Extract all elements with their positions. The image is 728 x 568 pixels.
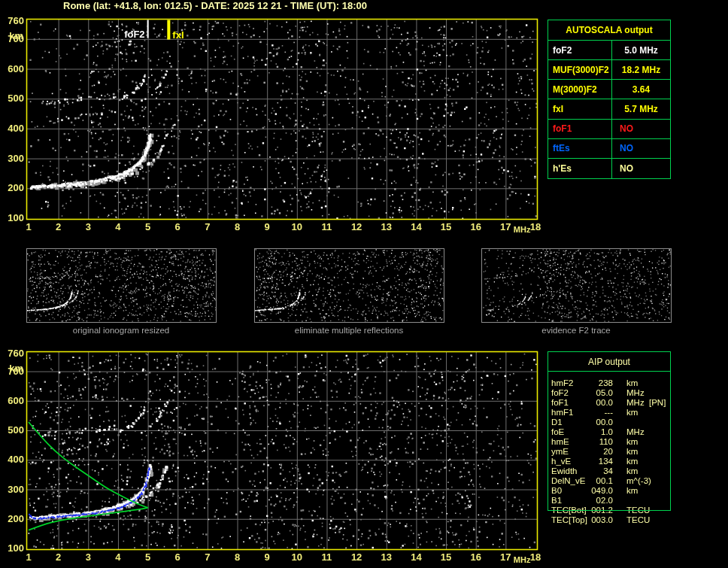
aip-row-unit: MHz xyxy=(626,388,645,398)
aip-row-unit: TECU xyxy=(626,515,650,525)
thumbnail-caption-evidence: evidence F2 trace xyxy=(481,326,671,335)
autoscala-row-value: NO xyxy=(611,159,670,178)
aip-row: foE1.0MHz xyxy=(551,427,679,437)
autoscala-row-label: foF1 xyxy=(548,120,611,139)
aip-row: hmE110km xyxy=(551,437,679,447)
aip-row-value: 00.0 xyxy=(551,398,613,408)
aip-row: TEC[Bot]001.2TECU xyxy=(551,506,679,515)
aip-row-unit: MHz xyxy=(626,398,645,408)
aip-row-value: 001.2 xyxy=(551,506,613,515)
aip-row: hmF2238km xyxy=(551,378,679,388)
autoscala-row-value: 5.7 MHz xyxy=(611,99,670,119)
aip-row-unit: km xyxy=(626,408,638,418)
aip-row: B102.0 xyxy=(551,496,679,506)
aip-row-unit: km xyxy=(626,457,638,466)
autoscala-row-value: NO xyxy=(611,120,670,139)
aip-row: hmF1---km xyxy=(551,408,679,418)
aip-row-unit: km xyxy=(626,447,638,457)
aip-row: B0049.0km xyxy=(551,486,679,496)
aip-row-value: 049.0 xyxy=(551,486,613,496)
aip-row-unit: MHz xyxy=(626,427,645,437)
aip-row-value: 134 xyxy=(551,457,613,466)
autoscala-table-title: AUTOSCALA output xyxy=(548,20,670,41)
autoscala-output-table: AUTOSCALA output foF25.0 MHzMUF(3000)F21… xyxy=(548,20,671,179)
aip-row-value: 00.0 xyxy=(551,418,613,427)
autoscala-row-value: 3.64 xyxy=(611,80,670,99)
aip-row-unit: km xyxy=(626,437,638,447)
aip-row: D100.0 xyxy=(551,418,679,427)
aip-row-value: 00.1 xyxy=(551,476,613,486)
aip-row-value: 34 xyxy=(551,466,613,476)
aip-row-value: 05.0 xyxy=(551,388,613,398)
aip-row: foF100.0MHz[PN] xyxy=(551,398,679,408)
thumbnail-eliminate-reflections xyxy=(254,248,444,322)
aip-row-value: 238 xyxy=(551,378,613,388)
autoscala-row-label: MUF(3000)F2 xyxy=(548,60,611,80)
aip-row: DelN_vE00.1m^(-3) xyxy=(551,476,679,486)
aip-row-value: 110 xyxy=(551,437,613,447)
autoscala-row-label: foF2 xyxy=(548,41,611,60)
thumbnail-evidence-f2-trace xyxy=(481,248,671,322)
aip-row-value: --- xyxy=(551,408,613,418)
autoscala-row-label: M(3000)F2 xyxy=(548,80,611,99)
page-title: Rome (lat: +41.8, lon: 012.5) - DATE: 20… xyxy=(63,0,367,11)
aip-output-rows: hmF2238kmfoF205.0MHzfoF100.0MHz[PN]hmF1-… xyxy=(551,378,679,525)
thumbnail-caption-eliminate: eliminate multiple reflections xyxy=(254,326,444,335)
aip-row-unit: km xyxy=(626,466,638,476)
aip-row-value: 20 xyxy=(551,447,613,457)
top-ionogram-plot xyxy=(26,19,538,220)
autoscala-output-window: Rome (lat: +41.8, lon: 012.5) - DATE: 20… xyxy=(0,0,728,568)
autoscala-row-label: fxI xyxy=(548,99,611,119)
aip-row-unit: m^(-3) xyxy=(626,476,651,486)
aip-row-unit: km xyxy=(626,486,638,496)
aip-row-value: 003.0 xyxy=(551,515,613,525)
autoscala-row-label: h'Es xyxy=(548,159,611,178)
aip-row: Ewidth34km xyxy=(551,466,679,476)
autoscala-row-label: ftEs xyxy=(548,139,611,159)
bottom-ionogram-plot xyxy=(26,351,538,550)
autoscala-row-value: 5.0 MHz xyxy=(611,41,670,60)
aip-row-unit: km xyxy=(626,378,638,388)
aip-row-unit: TECU xyxy=(626,506,650,515)
aip-row-value: 02.0 xyxy=(551,496,613,506)
aip-row: ymE20km xyxy=(551,447,679,457)
autoscala-row-value: 18.2 MHz xyxy=(611,60,670,80)
aip-row: TEC[Top]003.0TECU xyxy=(551,515,679,525)
thumbnail-original-ionogram xyxy=(26,248,216,322)
aip-row: foF205.0MHz xyxy=(551,388,679,398)
aip-row-value: 1.0 xyxy=(551,427,613,437)
aip-row-extra: [PN] xyxy=(649,398,666,408)
thumbnail-caption-original: original ionogram resized xyxy=(26,326,216,335)
autoscala-row-value: NO xyxy=(611,139,670,159)
aip-row: h_vE134km xyxy=(551,457,679,466)
